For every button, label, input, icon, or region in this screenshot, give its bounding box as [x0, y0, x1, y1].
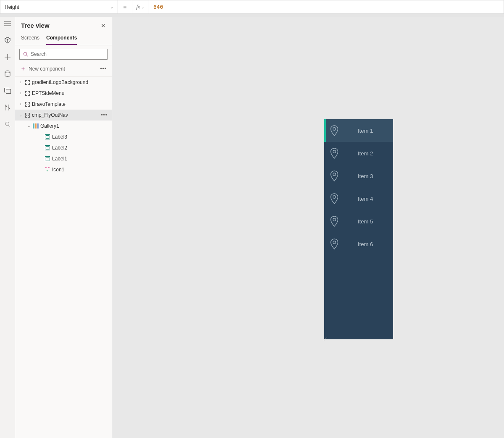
tree-item-label: Label2 [52, 145, 67, 151]
accent-bar [324, 119, 326, 142]
tab-screens[interactable]: Screens [21, 32, 39, 45]
location-pin-icon [330, 125, 339, 136]
chevron-right-icon: › [18, 102, 23, 106]
location-pin-icon [330, 216, 339, 227]
component-icon [24, 112, 30, 118]
label-icon [45, 134, 50, 140]
advanced-tools-icon[interactable] [3, 103, 12, 112]
location-pin-icon [330, 239, 339, 249]
tree-item-gradientlogo[interactable]: › gradientLogoBackground [15, 77, 112, 88]
close-icon[interactable]: ✕ [101, 22, 106, 29]
location-pin-icon [330, 193, 339, 204]
tree-item-flyoutnav[interactable]: ⌄ cmp_FlyOutNav ••• [15, 110, 112, 121]
svg-point-12 [333, 241, 336, 244]
nav-item-label: Item 3 [358, 173, 373, 179]
search-icon [23, 52, 28, 57]
svg-point-10 [333, 196, 336, 199]
svg-point-11 [333, 218, 336, 221]
media-icon[interactable] [3, 87, 12, 95]
nav-item[interactable]: Item 1 [324, 119, 393, 142]
tree-item-label2[interactable]: Label2 [15, 142, 112, 153]
tree-item-icon1[interactable]: Icon1 [15, 164, 112, 175]
tree-view-title: Tree view [21, 22, 50, 29]
left-rail [0, 17, 15, 438]
label-icon [45, 145, 50, 151]
svg-point-5 [5, 122, 9, 126]
more-icon[interactable]: ••• [100, 66, 107, 72]
svg-point-8 [333, 150, 336, 153]
svg-rect-2 [6, 89, 10, 94]
property-name: Height [5, 4, 19, 10]
tree-item-label: Label1 [52, 156, 67, 162]
gallery-icon [33, 123, 39, 129]
formula-bar: Height ⌄ = fx ⌄ [0, 0, 504, 14]
nav-item[interactable]: Item 3 [324, 165, 393, 187]
nav-item[interactable]: Item 5 [324, 210, 393, 233]
icon-icon [45, 167, 50, 173]
nav-item[interactable]: Item 6 [324, 233, 393, 255]
svg-point-3 [5, 105, 6, 107]
formula-input[interactable] [149, 0, 504, 13]
location-pin-icon [330, 170, 339, 181]
nav-item-label: Item 4 [358, 196, 373, 202]
resize-handle-icon[interactable]: ⋰ [323, 338, 328, 340]
component-preview[interactable]: Item 1 Item 2 Item 3 Item 4 Item 5 [324, 119, 393, 339]
tree-view-icon[interactable] [3, 36, 12, 45]
tab-components[interactable]: Components [46, 32, 77, 45]
svg-point-0 [5, 71, 10, 73]
chevron-down-icon: ⌄ [18, 113, 23, 117]
nav-item-label: Item 2 [358, 150, 373, 157]
tree-item-label: cmp_FlyOutNav [32, 112, 68, 118]
nav-item-label: Item 1 [358, 128, 373, 134]
chevron-right-icon: › [18, 80, 23, 84]
property-selector[interactable]: Height ⌄ [0, 0, 118, 13]
svg-point-9 [333, 173, 336, 176]
plus-icon: ＋ [20, 65, 26, 73]
fx-icon: fx [136, 4, 140, 10]
svg-point-7 [333, 128, 336, 131]
location-pin-icon [330, 148, 339, 159]
tree-item-bravotemplate[interactable]: › BravoTemplate [15, 99, 112, 110]
tree-item-label3[interactable]: Label3 [15, 131, 112, 142]
component-tree: › gradientLogoBackground › EPTSideMenu ›… [15, 77, 112, 175]
nav-item[interactable]: Item 2 [324, 142, 393, 165]
search-input[interactable] [19, 49, 108, 60]
data-icon[interactable] [3, 70, 12, 78]
nav-item-label: Item 5 [358, 218, 373, 225]
component-icon [24, 90, 30, 96]
chevron-right-icon: › [18, 91, 23, 95]
component-icon [24, 101, 30, 107]
new-component-label: New component [29, 66, 65, 72]
fx-button[interactable]: fx ⌄ [132, 0, 149, 13]
svg-point-4 [8, 108, 9, 109]
insert-icon[interactable] [3, 53, 12, 61]
search-field[interactable] [31, 51, 104, 57]
hamburger-icon[interactable] [3, 19, 12, 28]
tree-tabs: Screens Components [15, 32, 112, 45]
component-icon [24, 79, 30, 85]
canvas[interactable]: Item 1 Item 2 Item 3 Item 4 Item 5 [112, 17, 504, 438]
equals-label: = [118, 0, 132, 13]
tree-item-label: EPTSideMenu [32, 90, 64, 96]
tree-view-panel: Tree view ✕ Screens Components ＋ New com… [15, 17, 112, 438]
tree-item-label1[interactable]: Label1 [15, 153, 112, 164]
nav-item-label: Item 6 [358, 241, 373, 247]
more-icon[interactable]: ••• [101, 112, 108, 118]
tree-item-label: gradientLogoBackground [32, 79, 88, 85]
tree-item-label: Gallery1 [40, 123, 59, 129]
chevron-down-icon: ⌄ [110, 5, 113, 9]
chevron-down-icon: ⌄ [141, 5, 144, 9]
new-component-button[interactable]: ＋ New component [19, 64, 66, 74]
tree-item-label: Icon1 [52, 167, 64, 173]
chevron-down-icon: ⌄ [27, 124, 31, 128]
search-icon[interactable] [3, 120, 12, 129]
tree-item-gallery1[interactable]: ⌄ Gallery1 [15, 121, 112, 131]
tree-item-label: BravoTemplate [32, 101, 66, 107]
tree-item-eptsidemenu[interactable]: › EPTSideMenu [15, 88, 112, 99]
label-icon [45, 156, 50, 162]
svg-point-6 [24, 52, 26, 55]
nav-item[interactable]: Item 4 [324, 187, 393, 210]
tree-item-label: Label3 [52, 134, 67, 140]
